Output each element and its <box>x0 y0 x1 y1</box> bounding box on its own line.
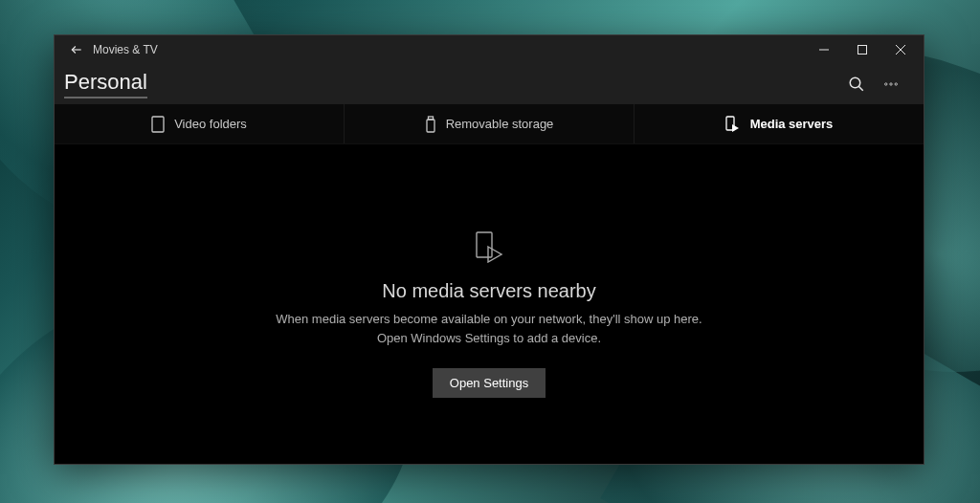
folder-icon <box>151 116 165 133</box>
tab-label: Video folders <box>174 117 247 131</box>
svg-line-6 <box>858 86 863 91</box>
close-button[interactable] <box>881 36 920 63</box>
tab-label: Removable storage <box>446 117 554 131</box>
tab-label: Media servers <box>750 117 834 131</box>
search-button[interactable] <box>839 67 874 101</box>
media-server-empty-icon <box>475 230 503 267</box>
open-settings-button[interactable]: Open Settings <box>433 368 546 398</box>
app-title: Movies & TV <box>91 43 158 56</box>
svg-point-8 <box>890 83 892 85</box>
svg-rect-2 <box>858 46 867 55</box>
svg-marker-16 <box>488 247 501 262</box>
titlebar: Movies & TV <box>55 35 924 64</box>
more-button[interactable] <box>874 67 908 101</box>
app-window: Movies & TV Personal Video folders <box>54 34 924 465</box>
svg-point-5 <box>850 77 860 88</box>
back-button[interactable] <box>62 43 91 56</box>
usb-icon <box>425 116 436 133</box>
svg-rect-10 <box>152 117 164 132</box>
tab-removable-storage[interactable]: Removable storage <box>345 104 635 143</box>
maximize-button[interactable] <box>843 36 881 63</box>
svg-rect-12 <box>428 117 433 120</box>
media-server-icon <box>725 116 741 133</box>
tabs-row: Video folders Removable storage Media se… <box>55 104 924 144</box>
subheader: Personal <box>55 64 924 104</box>
svg-rect-11 <box>427 120 434 132</box>
svg-marker-14 <box>732 124 739 132</box>
tab-video-folders[interactable]: Video folders <box>55 104 345 143</box>
empty-state-heading: No media servers nearby <box>382 280 595 302</box>
page-title: Personal <box>64 70 147 98</box>
svg-rect-15 <box>477 232 492 257</box>
empty-state-line2: Open Windows Settings to add a device. <box>377 329 601 348</box>
svg-point-7 <box>885 83 887 85</box>
svg-point-9 <box>895 83 897 85</box>
tab-media-servers[interactable]: Media servers <box>635 104 924 143</box>
minimize-button[interactable] <box>805 36 843 63</box>
empty-state-line1: When media servers become available on y… <box>276 310 702 329</box>
content-area: No media servers nearby When media serve… <box>55 144 924 464</box>
